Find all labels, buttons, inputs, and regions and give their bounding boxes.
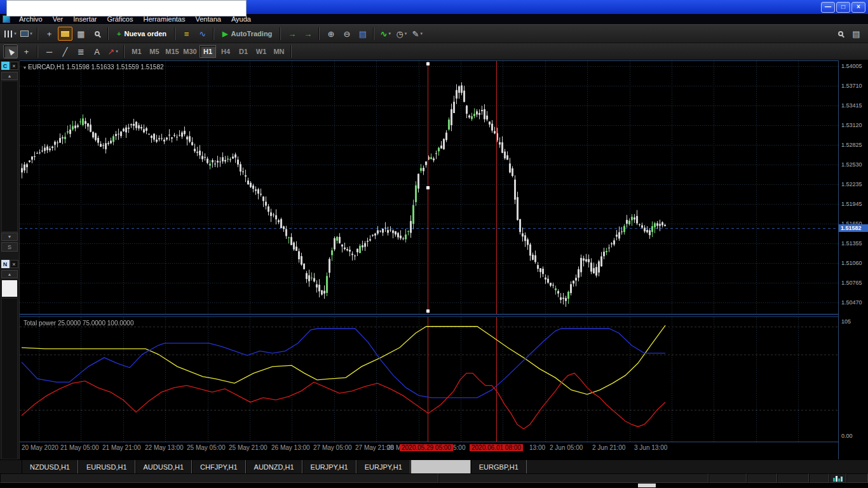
toolbar-separator [319,27,320,40]
market-watch-collapsed-tab[interactable]: C [1,62,10,70]
time-label: 22 May 13:00 [145,444,184,451]
time-label-highlighted: 2020.06.01 08:00 [470,444,523,451]
chart-window: ▾EURCAD,H1 1.51598 1.51633 1.51559 1.515… [20,60,838,459]
chart-tab-eurjpy-h1[interactable]: EURJPY,H1 [356,460,410,473]
expert-list-button[interactable]: ≡ [179,27,194,41]
indicator-canvas[interactable] [20,317,838,442]
templates-button[interactable]: ✎ ▾ [410,27,424,41]
timeframe-m30[interactable]: M30 [182,45,198,58]
chart-tab-nzdusd-h1[interactable]: NZDUSD,H1 [22,460,78,473]
chart-tab-eurjpy-h1[interactable]: EURJPY,H1 [302,460,356,473]
timeframe-m15[interactable]: M15 [164,45,180,58]
cursor-tool-button[interactable] [3,44,18,58]
price-scale-label: 1.51355 [841,240,862,247]
terminal-button[interactable] [90,27,104,41]
horizontal-line-tool-button[interactable]: ─ [42,44,57,58]
timeframe-d1[interactable]: D1 [235,45,252,58]
chart-tab-chfjpy-h1[interactable]: CHFJPY,H1 [192,460,245,473]
status-cell [0,473,438,483]
mini-chart-icon [832,475,844,482]
chevron-down-icon: ▾ [405,31,407,36]
market-watch-button[interactable]: + [42,27,57,41]
scrollbar-track[interactable] [1,81,18,232]
price-scale-label: 1.53415 [841,102,862,109]
scrollbar-track[interactable] [1,298,18,459]
wave-icon: ∿ [199,29,206,39]
taskbar-item[interactable] [638,484,656,487]
toolbar-separator [108,27,109,40]
timeframe-w1[interactable]: W1 [253,45,269,58]
price-scale-label: 1.50470 [841,299,862,306]
toolbar-separator [280,27,281,40]
arrows-tool-button[interactable]: ↗ ▾ [105,44,120,58]
strategy-tester-button[interactable]: ∿ [195,27,210,41]
standard-toolbar: ▾ ▾ + ▦ + Nueva orden ≡ ∿ [0,24,868,43]
status-cell [809,473,829,483]
crosshair-tool-button[interactable]: + [19,44,34,58]
main-chart-canvas[interactable] [20,61,838,314]
grid-icon: ▦ [77,29,85,39]
auto-scroll-button[interactable]: → [301,27,315,41]
timeframe-h4[interactable]: H4 [217,45,234,58]
chart-tab-eurgbp-h1[interactable]: EURGBP,H1 [471,460,527,473]
chart-icon [4,30,13,37]
time-axis[interactable]: 20 May 202021 May 05:0021 May 21:0022 Ma… [20,442,838,459]
fibonacci-tool-button[interactable]: ≣ [74,44,88,58]
chart-tab-active[interactable] [410,460,471,473]
tile-icon: ▤ [359,29,367,39]
window-close-button[interactable]: × [851,2,865,13]
horizontal-line-icon: ─ [46,47,52,57]
chart-tab-eurusd-h1[interactable]: EURUSD,H1 [78,460,135,473]
close-icon[interactable]: × [10,62,18,70]
data-window-button[interactable] [58,27,72,41]
new-chart-button[interactable]: ▾ [3,27,18,41]
price-scale-label: 1.54005 [841,63,862,69]
scrollbar-thumb[interactable] [2,280,17,297]
toolbar-separator [124,45,125,58]
timeframe-m1[interactable]: M1 [128,45,145,58]
price-scale-label: 1.52825 [841,142,862,148]
fibonacci-icon: ≣ [78,47,85,57]
trend-line-tool-button[interactable]: ╱ [58,44,72,58]
indicator-scale-label: 105 [841,318,851,325]
timeframe-h1[interactable]: H1 [200,45,216,58]
time-label: 27 May 05:00 [313,444,352,451]
price-scale-label: 1.51945 [841,201,862,207]
toolbar-separator [291,45,292,58]
close-icon[interactable]: × [10,260,18,268]
title-overlay-box [6,0,247,17]
timeframe-mn[interactable]: MN [271,45,287,58]
autotrading-button[interactable]: ▶ AutoTrading [217,27,277,41]
navigator-button[interactable]: ▦ [74,27,88,41]
chart-tab-audnzd-h1[interactable]: AUDNZD,H1 [246,460,302,473]
periods-button[interactable]: ◷ ▾ [394,27,409,41]
chart-shift-button[interactable]: → [285,27,299,41]
price-scale[interactable]: 1.540051.537101.534151.531201.528251.525… [838,60,868,459]
mt4-window: — □ × Archivo Ver Insertar Gráficos Herr… [0,0,868,488]
navigator-collapsed-tab[interactable]: N [1,260,10,268]
new-order-button[interactable]: + Nueva orden [112,27,172,41]
price-scale-label: 1.52530 [841,161,862,168]
scroll-down-button[interactable]: ▼ [1,233,18,241]
zoom-out-button[interactable]: ⊖ [339,27,354,41]
zoom-in-button[interactable]: ⊕ [323,27,338,41]
tile-windows-button[interactable]: ▤ [355,27,370,41]
panel-toggle-button[interactable]: ▤ [849,27,864,41]
window-restore-button[interactable]: □ [836,2,850,13]
arrow-right-icon: → [304,29,312,39]
indicators-button[interactable]: ∿ ▾ [378,27,393,41]
text-tool-button[interactable]: A [90,44,104,58]
chevron-down-icon: ▾ [421,31,423,36]
scroll-up-button[interactable]: ▲ [1,72,18,80]
timeframe-m5[interactable]: M5 [146,45,163,58]
scroll-up-button[interactable]: ▲ [1,270,18,278]
search-icon [838,31,843,36]
window-minimize-button[interactable]: — [821,2,835,13]
chevron-down-icon: ▾ [30,31,32,36]
symbols-button[interactable]: S [1,242,18,252]
price-scale-label: 1.53120 [841,122,862,128]
profiles-button[interactable]: ▾ [19,27,34,41]
chart-tab-audusd-h1[interactable]: AUDUSD,H1 [135,460,193,473]
search-button[interactable] [833,27,848,41]
status-cell [777,473,809,483]
